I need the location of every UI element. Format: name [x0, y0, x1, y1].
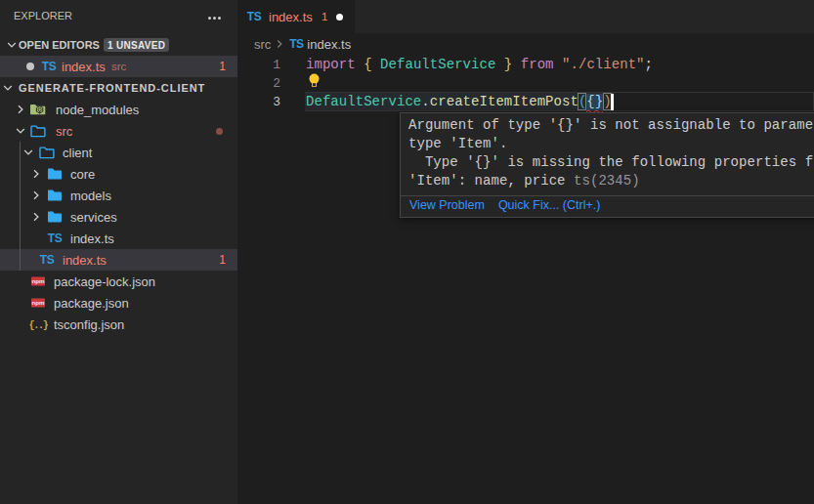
svg-text:npm: npm [31, 277, 45, 284]
svg-text:npm: npm [31, 299, 45, 306]
svg-text:{..}: {..} [28, 320, 48, 331]
